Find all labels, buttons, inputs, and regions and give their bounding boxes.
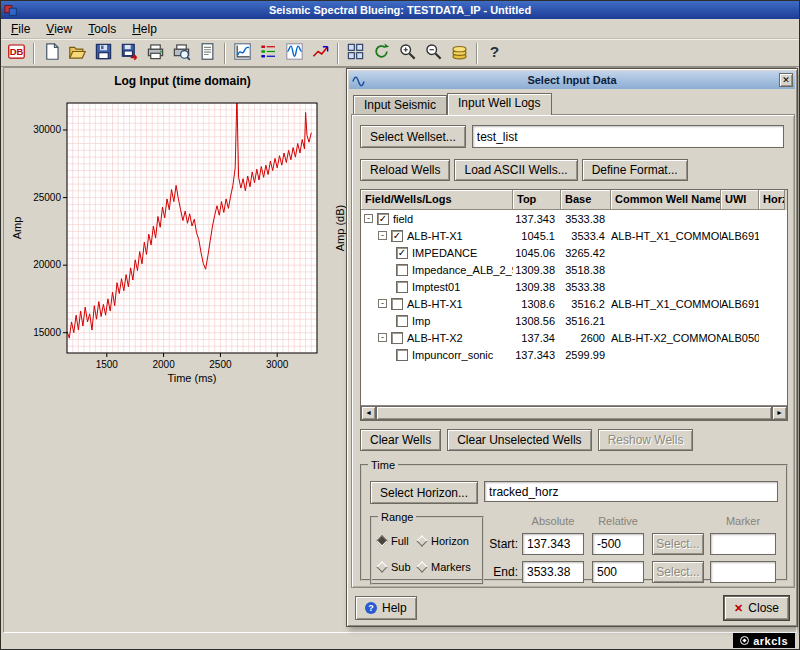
cell-base: 3533.38 <box>561 213 611 225</box>
select-horizon-button[interactable]: Select Horizon... <box>370 481 478 504</box>
toolbar-print-preview-button[interactable] <box>169 41 194 66</box>
toolbar-open-file-button[interactable] <box>65 41 90 66</box>
column-header-horz[interactable]: Horz <box>759 190 785 210</box>
select-wellset-button[interactable]: Select Wellset... <box>360 125 466 148</box>
menu-help[interactable]: Help <box>124 20 165 38</box>
svg-text:1500: 1500 <box>96 359 119 370</box>
toolbar-zoom-in-button[interactable] <box>395 41 420 66</box>
scroll-right-icon[interactable]: ► <box>772 406 787 420</box>
load-ascii-wells-button[interactable]: Load ASCII Wells... <box>454 159 577 181</box>
define-format-button[interactable]: Define Format... <box>582 159 688 181</box>
toolbar-zoom-out-button[interactable] <box>421 41 446 66</box>
scroll-thumb[interactable] <box>376 406 772 420</box>
table-row[interactable]: -ALB-HT-X2137.342600ALB-HT-X2_COMMONALB0… <box>361 329 787 346</box>
toolbar-export-button[interactable] <box>117 41 142 66</box>
radio-sub[interactable]: Sub <box>378 561 411 573</box>
toolbar-layers-button[interactable] <box>447 41 472 66</box>
table-row[interactable]: -ALB-HT-X11308.63516.2ALB-HT_X1_COMMONAL… <box>361 295 787 312</box>
tree-cell: Imptest01 <box>361 281 513 293</box>
radio-full[interactable]: Full <box>378 535 409 547</box>
toolbar-help-button[interactable]: ? <box>482 41 507 66</box>
menu-view[interactable]: View <box>38 20 80 38</box>
row-checkbox[interactable]: ✓ <box>377 213 389 225</box>
table-row[interactable]: Imp1308.563516.21 <box>361 312 787 329</box>
print-icon <box>146 42 165 64</box>
expander-icon[interactable]: - <box>378 333 387 342</box>
tree-cell: -✓ALB-HT-X1 <box>361 230 513 242</box>
row-checkbox[interactable] <box>396 315 408 327</box>
radio-indicator <box>416 561 427 572</box>
curve-list-icon <box>259 42 278 64</box>
toolbar-new-file-button[interactable] <box>39 41 64 66</box>
row-checkbox[interactable] <box>396 281 408 293</box>
toolbar-print-button[interactable] <box>143 41 168 66</box>
column-header-uwi[interactable]: UWI <box>721 190 759 210</box>
row-checkbox[interactable] <box>391 332 403 344</box>
toolbar-db-connect-button[interactable]: DB <box>4 41 29 66</box>
dialog-titlebar[interactable]: Select Input Data ✕ <box>349 71 795 89</box>
table-row[interactable]: Impedance_ALB_2_961309.383518.38 <box>361 261 787 278</box>
svg-text:DB: DB <box>10 46 24 57</box>
table-row[interactable]: Impuncorr_sonic137.3432599.99 <box>361 346 787 363</box>
toolbar-report-button[interactable] <box>195 41 220 66</box>
column-header-base[interactable]: Base <box>561 190 611 210</box>
radio-horizon[interactable]: Horizon <box>418 535 469 547</box>
scroll-left-icon[interactable]: ◄ <box>361 406 376 420</box>
tab-input-well-logs[interactable]: Input Well Logs <box>447 93 552 115</box>
svg-text:2000: 2000 <box>152 359 175 370</box>
help-button[interactable]: ? Help <box>355 596 417 620</box>
expander-icon[interactable]: - <box>378 299 387 308</box>
toolbar-wavelet-button[interactable] <box>282 41 307 66</box>
reload-wells-button[interactable]: Reload Wells <box>360 159 450 181</box>
start-marker-input[interactable] <box>710 533 776 555</box>
chart-panel: Log Input (time domain) 1500200025003000… <box>10 72 355 385</box>
expander-icon[interactable]: - <box>378 231 387 240</box>
row-checkbox[interactable]: ✓ <box>396 247 408 259</box>
row-checkbox[interactable]: ✓ <box>391 230 403 242</box>
window-title: Seismic Spectral Blueing: TESTDATA_IP - … <box>269 4 531 16</box>
column-header-common-well-name[interactable]: Common Well Name <box>611 190 721 210</box>
menu-tools[interactable]: Tools <box>80 20 124 38</box>
table-row[interactable]: -✓ALB-HT-X11045.13533.4ALB-HT_X1_COMMONA… <box>361 227 787 244</box>
dialog-close-icon[interactable]: ✕ <box>779 73 793 87</box>
end-relative-input[interactable] <box>592 561 644 583</box>
toolbar-spectrum-button[interactable] <box>308 41 333 66</box>
close-icon: ✕ <box>734 602 743 615</box>
row-checkbox[interactable] <box>391 298 403 310</box>
expander-icon[interactable]: - <box>364 214 373 223</box>
end-select-button: Select... <box>652 561 704 583</box>
clear-wells-button[interactable]: Clear Wells <box>360 429 441 451</box>
menu-file[interactable]: File <box>3 20 38 38</box>
clear-unselected-wells-button[interactable]: Clear Unselected Wells <box>447 429 592 451</box>
table-row[interactable]: -✓field137.3433533.38 <box>361 210 787 227</box>
window-titlebar[interactable]: Seismic Spectral Blueing: TESTDATA_IP - … <box>1 1 799 19</box>
export-icon <box>120 42 139 64</box>
table-row[interactable]: Imptest011309.383533.38 <box>361 278 787 295</box>
start-relative-input[interactable] <box>592 533 644 555</box>
toolbar-curve-list-button[interactable] <box>256 41 281 66</box>
well-buttons-row: Reload WellsLoad ASCII Wells...Define Fo… <box>360 159 688 181</box>
row-checkbox[interactable] <box>396 264 408 276</box>
time-legend: Time <box>368 459 398 471</box>
start-absolute-input[interactable] <box>522 533 584 555</box>
end-absolute-input[interactable] <box>522 561 584 583</box>
tab-input-seismic[interactable]: Input Seismic <box>353 95 447 114</box>
cell-base: 3516.2 <box>561 298 611 310</box>
horizon-input[interactable] <box>484 481 778 502</box>
table-row[interactable]: ✓IMPEDANCE1045.063265.42 <box>361 244 787 261</box>
column-header-field-wells-logs[interactable]: Field/Wells/Logs <box>361 190 513 210</box>
end-marker-input[interactable] <box>710 561 776 583</box>
cell-top: 1308.56 <box>513 315 561 327</box>
toolbar-tile-windows-button[interactable] <box>343 41 368 66</box>
toolbar-chart-button[interactable] <box>230 41 255 66</box>
radio-markers[interactable]: Markers <box>418 561 471 573</box>
column-header-top[interactable]: Top <box>513 190 561 210</box>
toolbar-refresh-button[interactable] <box>369 41 394 66</box>
row-checkbox[interactable] <box>396 349 408 361</box>
chart-svg: 150020002500300015000200002500030000Time… <box>10 89 355 385</box>
close-button[interactable]: ✕ Close <box>724 596 789 620</box>
wellset-input[interactable] <box>472 125 784 148</box>
cell-common-well-name: ALB-HT-X2_COMMON <box>611 332 721 344</box>
toolbar-save-button[interactable] <box>91 41 116 66</box>
table-hscrollbar[interactable]: ◄ ► <box>361 405 787 420</box>
